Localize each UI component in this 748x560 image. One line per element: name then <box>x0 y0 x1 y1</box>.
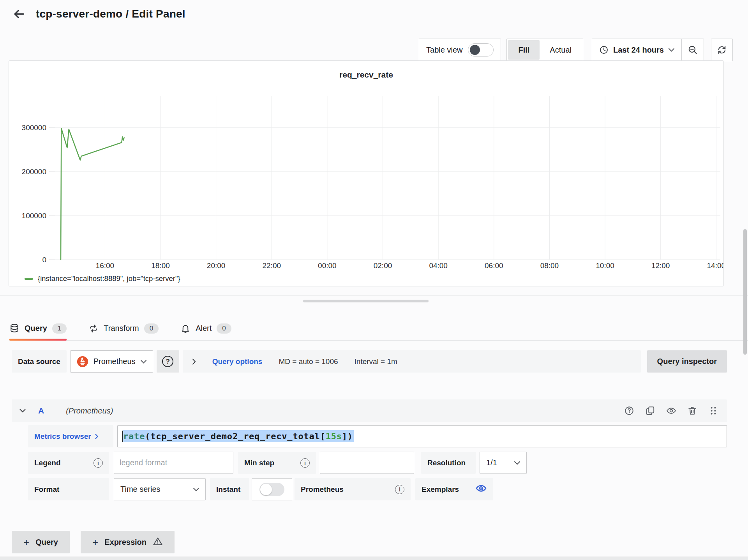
min-step-field-label: Min step i <box>238 452 316 474</box>
max-data-points-text: MD = auto = 1006 <box>279 357 338 366</box>
datasource-label: Data source <box>12 350 67 373</box>
query-row-actions <box>624 406 718 416</box>
bell-icon <box>180 323 191 334</box>
tab-alert-count: 0 <box>217 323 231 334</box>
legend-label-text: Legend <box>34 459 61 467</box>
resolution-field-label: Resolution <box>421 452 476 474</box>
instant-label-text: Instant <box>216 485 240 494</box>
query-help-button[interactable] <box>624 406 634 416</box>
tab-transform[interactable]: Transform 0 <box>88 316 159 340</box>
tab-alert[interactable]: Alert 0 <box>180 316 231 340</box>
info-icon[interactable]: i <box>395 485 404 494</box>
code-duration: 15s <box>326 431 342 441</box>
query-inspector-button[interactable]: Query inspector <box>647 350 727 373</box>
query-editor-card: A (Prometheus) Metrics browser rate(tcp_… <box>12 399 727 500</box>
fill-actual-segmented: Fill Actual <box>506 39 583 61</box>
svg-text:08:00: 08:00 <box>540 261 559 270</box>
panel-resize-handle[interactable] <box>303 300 429 302</box>
duplicate-query-button[interactable] <box>645 406 655 416</box>
add-expression-button[interactable]: + Expression <box>81 531 175 553</box>
back-arrow-icon[interactable] <box>12 7 26 21</box>
format-field-label: Format <box>28 478 109 500</box>
format-value: Time series <box>120 485 161 494</box>
code-function: rate <box>123 431 145 441</box>
svg-text:16:00: 16:00 <box>96 261 115 270</box>
table-view-toggle[interactable] <box>468 43 494 57</box>
query-ref-id: A <box>38 406 44 415</box>
tab-alert-label: Alert <box>196 324 212 333</box>
datasource-help-button[interactable]: ? <box>157 350 179 373</box>
chevron-right-icon <box>192 359 196 365</box>
info-icon[interactable]: i <box>94 458 103 468</box>
query-options-link[interactable]: Query options <box>212 357 263 366</box>
toggle-visibility-button[interactable] <box>666 406 676 416</box>
svg-text:22:00: 22:00 <box>262 261 281 270</box>
chevron-down-icon <box>141 360 146 364</box>
svg-text:10:00: 10:00 <box>596 261 614 270</box>
svg-text:06:00: 06:00 <box>485 261 503 270</box>
edit-panel-header: tcp-server-demo / Edit Panel <box>12 5 185 23</box>
legend-series-swatch <box>25 278 33 280</box>
metrics-browser-label: Metrics browser <box>34 432 91 441</box>
format-select[interactable]: Time series <box>114 478 206 500</box>
datasource-select[interactable]: Prometheus <box>70 350 153 373</box>
delete-query-button[interactable] <box>687 406 697 416</box>
time-series-chart[interactable]: 010000020000030000016:0018:0020:0022:000… <box>9 92 723 275</box>
query-options-bar[interactable]: Query options MD = auto = 1006 Interval … <box>183 350 641 373</box>
instant-toggle[interactable] <box>259 483 284 496</box>
horizontal-scrollbar-track[interactable] <box>0 556 748 560</box>
actual-option[interactable]: Actual <box>540 40 582 60</box>
section-divider <box>0 295 748 296</box>
chevron-down-icon <box>669 48 674 52</box>
warning-triangle-icon <box>153 536 163 548</box>
legend-format-input[interactable] <box>114 452 233 474</box>
time-range-picker[interactable]: Last 24 hours <box>592 45 681 55</box>
chevron-down-icon <box>514 461 520 465</box>
chart-title: req_recv_rate <box>9 61 723 92</box>
prometheus-type-label: Prometheus i <box>295 478 411 500</box>
resolution-select[interactable]: 1/1 <box>480 452 527 474</box>
svg-text:14:00: 14:00 <box>707 261 723 270</box>
svg-text:02:00: 02:00 <box>374 261 392 270</box>
copy-icon <box>645 406 655 416</box>
svg-text:0: 0 <box>42 256 46 264</box>
eye-icon <box>666 406 676 416</box>
page-title: tcp-server-demo / Edit Panel <box>36 8 185 20</box>
query-row-header[interactable]: A (Prometheus) <box>12 399 727 422</box>
svg-text:100000: 100000 <box>22 212 46 220</box>
add-query-label: Query <box>35 538 58 547</box>
query-fields: Metrics browser rate(tcp_server_demo2_re… <box>12 425 727 500</box>
time-range-group: Last 24 hours <box>592 39 704 61</box>
zoom-out-icon <box>688 45 698 55</box>
query-expression-input[interactable]: rate(tcp_server_demo2_req_recv_total[15s… <box>117 425 727 447</box>
refresh-button[interactable] <box>711 39 733 61</box>
resolution-value: 1/1 <box>486 458 497 467</box>
chart-legend[interactable]: {instance="localhost:8889", job="tcp-ser… <box>9 274 723 283</box>
min-step-input[interactable] <box>320 452 414 474</box>
format-label-text: Format <box>34 485 59 494</box>
instant-toggle-box <box>252 478 292 500</box>
exemplars-label-text: Exemplars <box>422 485 459 494</box>
svg-text:04:00: 04:00 <box>429 261 448 270</box>
query-datasource-hint: (Prometheus) <box>66 406 113 415</box>
help-icon: ? <box>162 356 173 367</box>
collapse-chevron-icon[interactable] <box>19 409 26 413</box>
prometheus-label-text: Prometheus <box>301 485 344 494</box>
legend-series-label: {instance="localhost:8889", job="tcp-ser… <box>38 274 180 283</box>
tab-query[interactable]: Query 1 <box>9 316 67 340</box>
info-icon[interactable]: i <box>300 458 310 468</box>
fill-option[interactable]: Fill <box>508 40 540 60</box>
svg-text:200000: 200000 <box>22 168 46 176</box>
vertical-scrollbar-thumb[interactable] <box>743 229 747 355</box>
tab-query-label: Query <box>25 324 47 333</box>
zoom-out-button[interactable] <box>682 45 704 55</box>
exemplars-eye-icon[interactable] <box>475 482 487 496</box>
database-icon <box>9 323 19 334</box>
drag-handle-icon[interactable] <box>708 406 718 416</box>
code-close: ]) <box>342 431 353 441</box>
active-tab-indicator <box>9 339 67 341</box>
tab-transform-label: Transform <box>104 324 139 333</box>
add-query-button[interactable]: + Query <box>12 531 70 553</box>
tab-transform-count: 0 <box>144 323 159 334</box>
metrics-browser-button[interactable]: Metrics browser <box>28 425 113 447</box>
